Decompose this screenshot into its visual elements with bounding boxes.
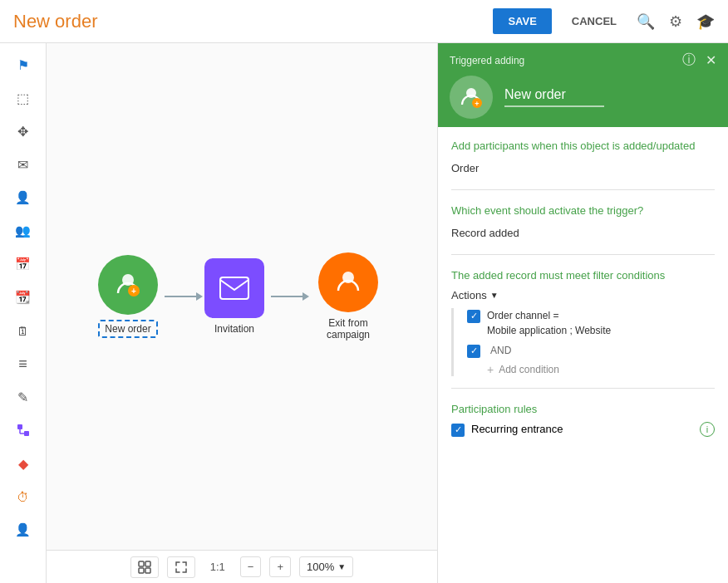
panel-body: Add participants when this object is add…	[438, 127, 728, 583]
gear-icon[interactable]: ⚙	[667, 12, 685, 31]
and-label: AND	[490, 345, 511, 356]
svg-rect-0	[17, 424, 22, 429]
zoom-out-button[interactable]: −	[240, 556, 262, 577]
sidebar-item-timer[interactable]: ⏱	[8, 482, 38, 512]
panel-close-icon[interactable]: ✕	[706, 51, 716, 69]
right-panel: Triggered adding ⓘ ✕ +	[437, 43, 728, 583]
canvas-toolbar: 1:1 − + 100% ▼	[47, 550, 437, 583]
svg-rect-12	[145, 568, 150, 573]
node-label-new-order: New order	[98, 320, 157, 338]
recurring-label: Recurring entrance	[471, 423, 563, 435]
actions-button[interactable]: Actions ▼	[451, 289, 499, 301]
add-condition-label: Add condition	[499, 364, 559, 375]
arrow-2	[271, 296, 304, 297]
panel-header: Triggered adding ⓘ ✕ +	[438, 43, 728, 127]
section-filter: The added record must meet filter condit…	[451, 268, 715, 388]
sidebar-item-flag[interactable]: ⚑	[8, 50, 38, 80]
page-title: New order	[13, 11, 483, 32]
node-icon-invitation	[204, 258, 264, 318]
node-label-invitation: Invitation	[214, 323, 254, 335]
condition-row-1: ✓ Order channel = Mobile application ; W…	[464, 308, 715, 338]
node-new-order[interactable]: + New order	[98, 255, 158, 338]
flow-diagram: + New order	[98, 252, 386, 340]
sidebar-item-calendar-clock[interactable]: 📅	[8, 249, 38, 279]
sidebar-item-email[interactable]: ✉	[8, 149, 38, 179]
flow-canvas: + New order	[47, 43, 437, 550]
header: New order SAVE CANCEL 🔍 ⚙ 🎓	[0, 0, 728, 43]
participation-left: ✓ Recurring entrance	[451, 422, 563, 437]
participants-value: Order	[451, 159, 715, 178]
condition-checkbox-1[interactable]: ✓	[467, 310, 480, 323]
event-value: Record added	[451, 223, 715, 243]
section-participants: Add participants when this object is add…	[451, 139, 715, 190]
svg-rect-11	[139, 568, 144, 573]
node-exit[interactable]: Exit from campaign	[311, 252, 386, 340]
graduation-icon[interactable]: 🎓	[696, 12, 715, 31]
sidebar-item-filter[interactable]: ≡	[8, 349, 38, 379]
participation-info-icon[interactable]: i	[700, 422, 715, 437]
panel-header-node-icon: +	[450, 76, 493, 119]
condition-row-2: ✓ AND	[464, 343, 715, 358]
expand-button[interactable]	[167, 556, 195, 578]
sidebar-item-user-red[interactable]: 👤	[8, 515, 38, 545]
node-label-exit: Exit from campaign	[311, 317, 386, 340]
sidebar-item-selection[interactable]: ⬚	[8, 83, 38, 113]
svg-text:+: +	[475, 100, 479, 108]
sidebar-item-person[interactable]: 👤	[8, 183, 38, 213]
svg-rect-10	[145, 561, 150, 566]
sidebar-item-diamond[interactable]: ◆	[8, 448, 38, 478]
header-icons: 🔍 ⚙ 🎓	[637, 12, 715, 31]
zoom-selector[interactable]: 100% ▼	[299, 556, 353, 577]
trigger-label: Triggered adding	[450, 55, 524, 66]
condition-text-1: Order channel = Mobile application ; Web…	[487, 308, 611, 338]
filter-label: The added record must meet filter condit…	[451, 268, 715, 283]
grid-view-button[interactable]	[130, 556, 159, 578]
participants-label: Add participants when this object is add…	[451, 139, 715, 154]
cancel-button[interactable]: CANCEL	[562, 8, 627, 34]
event-label: Which event should activate the trigger?	[451, 203, 715, 218]
node-invitation[interactable]: Invitation	[204, 258, 264, 335]
svg-rect-9	[139, 561, 144, 566]
panel-info-icon[interactable]: ⓘ	[682, 51, 696, 69]
canvas-area[interactable]: + New order	[47, 43, 437, 583]
save-button[interactable]: SAVE	[493, 8, 551, 34]
zoom-chevron-icon: ▼	[337, 562, 346, 571]
condition-value-1: Mobile application ; Website	[487, 325, 611, 336]
sidebar-item-flow[interactable]	[8, 415, 38, 445]
sidebar-item-edit[interactable]: ✎	[8, 382, 38, 412]
actions-row: Actions ▼	[451, 289, 715, 301]
node-icon-exit	[318, 252, 378, 312]
sidebar-item-calendar[interactable]: 🗓	[8, 316, 38, 345]
svg-text:+: +	[131, 287, 136, 296]
arrow-1	[165, 296, 198, 297]
search-icon[interactable]: 🔍	[637, 12, 655, 31]
section-participation: Participation rules ✓ Recurring entrance…	[451, 402, 715, 448]
main-content: ⚑ ⬚ ✥ ✉ 👤 👥 📅 📆 🗓 ≡ ✎ ◆ ⏱ 👤	[0, 43, 728, 583]
sidebar-item-calendar-check[interactable]: 📆	[8, 282, 38, 312]
svg-rect-7	[220, 277, 248, 299]
condition-field-1: Order channel	[487, 310, 550, 321]
recurring-checkbox[interactable]: ✓	[451, 424, 465, 437]
svg-rect-1	[24, 431, 29, 436]
condition-checkbox-2[interactable]: ✓	[467, 345, 480, 358]
add-condition-plus-icon: +	[487, 363, 494, 376]
sidebar-item-persons[interactable]: 👥	[8, 216, 38, 246]
left-sidebar: ⚑ ⬚ ✥ ✉ 👤 👥 📅 📆 🗓 ≡ ✎ ◆ ⏱ 👤	[0, 43, 47, 583]
sidebar-item-hand[interactable]: ✥	[8, 116, 38, 146]
actions-chevron-icon: ▼	[490, 291, 499, 300]
panel-header-title: New order	[504, 87, 604, 107]
ratio-label[interactable]: 1:1	[204, 557, 232, 576]
zoom-in-button[interactable]: +	[269, 556, 291, 577]
node-icon-new-order: +	[98, 255, 158, 315]
participation-label: Participation rules	[451, 402, 715, 417]
add-condition-button[interactable]: + Add condition	[464, 363, 715, 376]
section-event: Which event should activate the trigger?…	[451, 203, 715, 255]
participation-row: ✓ Recurring entrance i	[451, 422, 715, 437]
condition-operator-1: =	[553, 310, 558, 321]
